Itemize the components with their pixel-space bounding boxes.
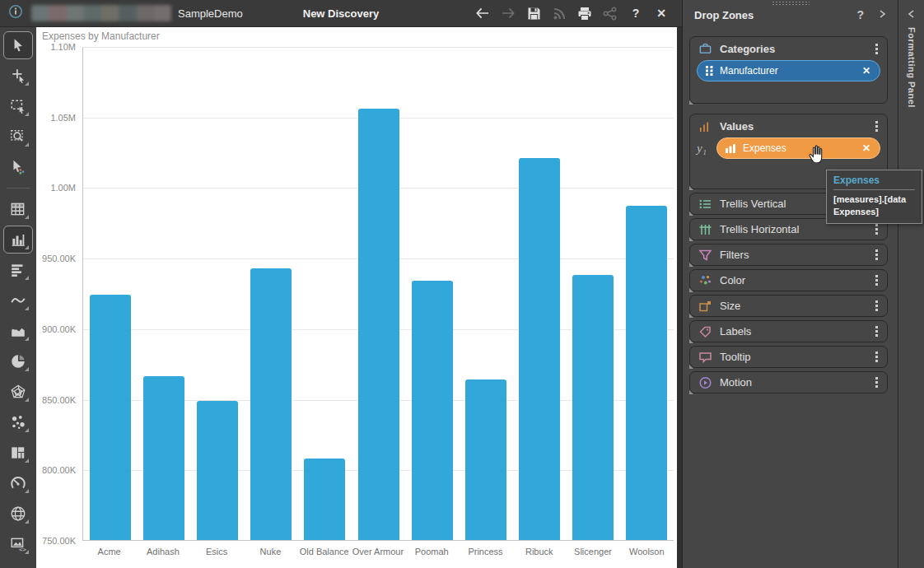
formatting-panel-label[interactable]: Formatting Panel	[907, 27, 917, 108]
zone-tooltip[interactable]: Tooltip	[689, 346, 888, 368]
chart-title: Expenses by Manufacturer	[42, 30, 160, 42]
titlebar-actions: ?✕	[475, 6, 682, 21]
tool-marquee-select[interactable]	[3, 92, 33, 120]
bar-old-balance[interactable]	[304, 459, 345, 540]
formatting-panel-strip: Formatting Panel	[898, 0, 924, 568]
print-icon[interactable]	[577, 6, 592, 21]
x-tick-label: Poomah	[405, 547, 459, 556]
tooltip-bubble-icon	[698, 351, 712, 364]
manufacturer-pill[interactable]: Manufacturer ✕	[697, 60, 880, 81]
bar-princess[interactable]	[465, 379, 506, 540]
bar-over-armour[interactable]	[358, 109, 399, 540]
zone-menu-icon[interactable]	[874, 348, 880, 365]
remove-manufacturer-icon[interactable]: ✕	[862, 65, 870, 77]
plot-area	[82, 47, 674, 541]
expenses-pill[interactable]: Expenses ✕	[716, 137, 880, 159]
forward-icon	[501, 6, 516, 21]
help-icon[interactable]: ?	[628, 6, 643, 21]
x-tick-label: Ribuck	[512, 547, 566, 556]
bar-woolson[interactable]	[626, 206, 667, 540]
y-axis-labels: 750.00K800.00K850.00K900.00K950.00K1.00M…	[36, 47, 79, 541]
x-tick-label: Old Balance	[297, 547, 351, 556]
formatting-panel-expand-icon[interactable]	[908, 7, 916, 22]
zone-filters[interactable]: Filters	[689, 244, 888, 266]
measure-bars-icon	[726, 144, 736, 153]
back-icon[interactable]	[475, 6, 490, 21]
tool-line-chart[interactable]	[3, 286, 33, 314]
zone-label: Motion	[720, 376, 752, 389]
tool-radar-chart[interactable]	[3, 378, 33, 406]
label-tag-icon	[698, 325, 712, 338]
tool-crosstab-chart[interactable]	[3, 195, 33, 223]
zone-labels[interactable]: Labels	[689, 320, 888, 342]
trellis-vertical-icon	[698, 198, 712, 211]
panel-collapse-icon[interactable]	[878, 8, 886, 21]
y-tick-label: 1.05M	[50, 113, 76, 123]
y-tick-label: 1.00M	[50, 183, 76, 193]
bar-nuke[interactable]	[250, 268, 292, 540]
info-icon[interactable]	[8, 4, 23, 22]
tool-scatter-chart[interactable]	[3, 408, 33, 436]
expenses-pill-label: Expenses	[743, 142, 786, 154]
y-tick-label: 1.10M	[50, 42, 76, 52]
chart-type-toolbar: <>	[0, 27, 36, 568]
drop-zones-panel: Drop Zones ? Categories	[682, 0, 898, 568]
x-tick-label: Over Armour	[351, 547, 404, 556]
remove-expenses-icon[interactable]: ✕	[862, 142, 870, 154]
zone-label: Size	[720, 300, 740, 312]
zone-menu-icon[interactable]	[874, 246, 880, 263]
zone-label: Trellis Vertical	[720, 198, 786, 210]
tool-zoom-select[interactable]	[3, 123, 33, 151]
values-menu-icon[interactable]	[874, 118, 880, 135]
zone-label: Color	[720, 274, 745, 286]
bar-acme[interactable]	[90, 295, 131, 540]
tool-treemap-chart[interactable]	[3, 439, 33, 467]
y-tick-label: 800.00K	[42, 465, 76, 475]
y-tick-label: 900.00K	[42, 324, 76, 334]
feed-icon	[552, 6, 567, 21]
field-tooltip-title: Expenses	[833, 175, 915, 190]
x-tick-label: Esics	[190, 547, 244, 556]
zone-label: Labels	[720, 325, 751, 338]
filter-funnel-icon	[698, 249, 712, 262]
y-tick-label: 850.00K	[42, 395, 76, 405]
panel-help-icon[interactable]: ?	[856, 8, 864, 21]
categories-menu-icon[interactable]	[874, 40, 880, 58]
zone-categories[interactable]: Categories Manufacturer ✕	[689, 36, 888, 104]
tool-custom-visual[interactable]: <>	[3, 530, 33, 558]
close-icon[interactable]: ✕	[654, 6, 669, 21]
y-tick-label: 950.00K	[42, 254, 76, 263]
zone-menu-icon[interactable]	[874, 272, 880, 289]
zone-menu-icon[interactable]	[874, 297, 880, 314]
values-label: Values	[720, 120, 754, 133]
zone-menu-icon[interactable]	[874, 323, 880, 340]
zone-label: Filters	[720, 249, 749, 261]
zone-color[interactable]: Color	[689, 269, 888, 291]
tool-pie-chart[interactable]	[3, 347, 33, 375]
document-title: New Discovery	[303, 7, 380, 20]
tool-area-chart[interactable]	[3, 317, 33, 345]
tool-datapoint-select[interactable]	[3, 153, 33, 181]
chart-canvas[interactable]: Expenses by Manufacturer 750.00K800.00K8…	[36, 27, 677, 568]
bar-adihash[interactable]	[143, 376, 184, 540]
zone-motion[interactable]: Motion	[689, 371, 888, 393]
zone-menu-icon[interactable]	[874, 374, 880, 391]
tool-select-arrow[interactable]	[3, 31, 33, 59]
panel-drag-handle[interactable]	[772, 1, 810, 5]
bar-ribuck[interactable]	[519, 158, 560, 540]
tool-bar-chart[interactable]	[3, 226, 33, 254]
svg-text:<>: <>	[19, 546, 26, 552]
save-icon[interactable]	[526, 6, 541, 21]
bar-esics[interactable]	[197, 401, 238, 540]
redacted-project-name	[31, 5, 171, 21]
zone-size[interactable]: Size	[689, 295, 888, 317]
bar-slicenger[interactable]	[572, 275, 614, 540]
tool-gauge-chart[interactable]	[3, 469, 33, 497]
y1-axis-label: y₁	[697, 142, 716, 156]
app-title: SampleDemo	[178, 7, 243, 20]
tool-pointer-add[interactable]	[3, 62, 33, 90]
bar-poomah[interactable]	[412, 281, 453, 540]
tool-map-chart[interactable]	[3, 500, 33, 528]
tool-hbar-chart[interactable]	[3, 256, 33, 284]
drop-zones-title: Drop Zones	[694, 9, 754, 21]
